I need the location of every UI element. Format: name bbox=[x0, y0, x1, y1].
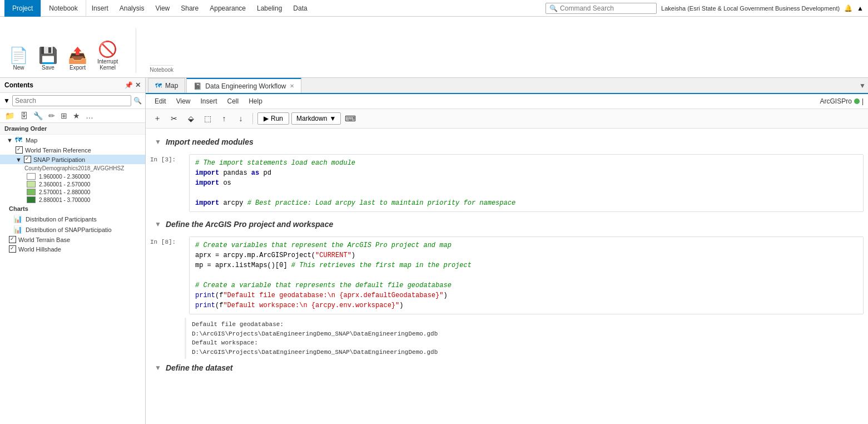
cell-body-in8[interactable]: # Create variables that represent the Ar… bbox=[189, 236, 864, 314]
sidebar-search-input[interactable] bbox=[12, 95, 131, 106]
nb-menu-edit[interactable]: Edit bbox=[150, 96, 171, 106]
nb-menu-cell[interactable]: Cell bbox=[223, 96, 244, 106]
world-terrain-base-label: World Terrain Base bbox=[18, 236, 70, 243]
drawing-order-header: Drawing Order bbox=[0, 123, 145, 135]
legend-label-1: 2.360001 - 2.570000 bbox=[39, 181, 90, 188]
menu-data[interactable]: Data bbox=[287, 0, 313, 17]
export-button[interactable]: 📤 Export bbox=[63, 46, 92, 73]
star-icon[interactable]: ★ bbox=[71, 111, 82, 121]
content: 🗺 Map 📓 Data Engineering Workflow ✕ ▼ Ed… bbox=[146, 78, 868, 424]
command-search-box[interactable]: 🔍 bbox=[545, 3, 657, 14]
cell-type-selector[interactable]: Markdown ▼ bbox=[291, 112, 341, 125]
world-terrain-reference-label: World Terrain Reference bbox=[25, 147, 91, 154]
layer-map[interactable]: ▼ 🗺 Map bbox=[0, 135, 145, 145]
keyboard-icon[interactable]: ⌨ bbox=[343, 111, 358, 126]
notebook-group-label: Notebook bbox=[150, 65, 173, 73]
sidebar-search-icon[interactable]: 🔍 bbox=[133, 97, 142, 105]
collapse-section-3-icon[interactable]: ▼ bbox=[155, 364, 161, 372]
chevron-up-icon[interactable]: ▲ bbox=[857, 4, 864, 12]
section-import-modules[interactable]: ▼ Import needed modules bbox=[146, 133, 868, 151]
interrupt-icon: 🚫 bbox=[98, 42, 117, 57]
new-button[interactable]: 📄 New bbox=[4, 46, 33, 73]
new-icon: 📄 bbox=[9, 48, 28, 63]
menu-labeling[interactable]: Labeling bbox=[251, 0, 287, 17]
section-define-dataset[interactable]: ▼ Define the dataset bbox=[146, 359, 868, 377]
layer-snap-participation[interactable]: ▼ SNAP Participation bbox=[0, 155, 145, 164]
search-icon: 🔍 bbox=[549, 4, 558, 12]
collapse-section-2-icon[interactable]: ▼ bbox=[155, 220, 161, 228]
ribbon-notebook-group: Notebook bbox=[150, 65, 173, 73]
menu-appearance[interactable]: Appearance bbox=[204, 0, 251, 17]
menu-share[interactable]: Share bbox=[175, 0, 204, 17]
legend-swatch-0 bbox=[27, 173, 36, 180]
output-line-2: D:\ArcGIS\Projects\DataEngineeringDemo_S… bbox=[192, 329, 858, 339]
add-cell-button[interactable]: ＋ bbox=[150, 111, 165, 126]
cell-in8: In [8]: # Create variables that represen… bbox=[146, 234, 868, 317]
layer-world-hillshade[interactable]: World Hillshade bbox=[0, 244, 145, 254]
section-define-project[interactable]: ▼ Define the ArcGIS Pro project and work… bbox=[146, 215, 868, 233]
tools-icon[interactable]: 🔧 bbox=[32, 111, 44, 121]
notebook-menu-bar: Edit View Insert Cell Help ArcGISPro | bbox=[146, 94, 868, 109]
menu-view[interactable]: View bbox=[150, 0, 175, 17]
tab-data-engineering[interactable]: 📓 Data Engineering Workflow ✕ bbox=[186, 78, 301, 93]
database-icon[interactable]: 🗄 bbox=[18, 111, 29, 121]
collapse-section-1-icon[interactable]: ▼ bbox=[155, 138, 161, 146]
nb-menu-insert[interactable]: Insert bbox=[196, 96, 221, 106]
move-down-button[interactable]: ↓ bbox=[234, 111, 248, 126]
filter-icon[interactable]: ▼ bbox=[3, 97, 10, 105]
topbar: Project Notebook Insert Analysis View Sh… bbox=[0, 0, 868, 17]
chart-distribution-snap[interactable]: 📊 Distribution of SNAPParticipatio bbox=[0, 224, 145, 235]
layer-toggle-snap[interactable] bbox=[24, 156, 31, 163]
cell-output-in8: Default file geodatabase: D:\ArcGIS\Proj… bbox=[185, 318, 864, 359]
cell-type-chevron: ▼ bbox=[329, 115, 336, 122]
kernel-sep: | bbox=[862, 97, 864, 105]
tab-map[interactable]: 🗺 Map bbox=[148, 78, 185, 93]
legend-swatch-1 bbox=[27, 181, 36, 188]
legend-item-3: 2.880001 - 3.700000 bbox=[0, 196, 145, 204]
legend-item-0: 1.960000 - 2.360000 bbox=[0, 172, 145, 180]
legend-swatch-3 bbox=[27, 196, 36, 203]
cut-cell-button[interactable]: ✂ bbox=[167, 111, 181, 126]
snap-participation-label: SNAP Participation bbox=[33, 156, 85, 163]
layer-toggle-terrain-base[interactable] bbox=[9, 236, 16, 243]
nb-menu-help[interactable]: Help bbox=[244, 96, 267, 106]
charts-header: Charts bbox=[0, 204, 145, 214]
tab-project[interactable]: Project bbox=[4, 0, 41, 17]
chart-distribution-participants[interactable]: 📊 Distribution of Participants bbox=[0, 214, 145, 224]
expand-icon: ▼ bbox=[7, 137, 13, 144]
paste-cell-button[interactable]: ⬚ bbox=[200, 111, 215, 126]
layer-world-terrain-base[interactable]: World Terrain Base bbox=[0, 235, 145, 244]
menu-insert[interactable]: Insert bbox=[86, 0, 114, 17]
cell-body-in3[interactable]: # The import statements load each module… bbox=[189, 154, 864, 212]
tab-notebook[interactable]: Notebook bbox=[41, 0, 86, 17]
layer-toggle-hillshade[interactable] bbox=[9, 245, 16, 253]
pencil-icon[interactable]: ✏ bbox=[47, 111, 57, 121]
pin-icon[interactable]: 📌 bbox=[125, 81, 133, 89]
nb-menu-view[interactable]: View bbox=[172, 96, 195, 106]
interrupt-kernel-button[interactable]: 🚫 Interrupt Kernel bbox=[93, 40, 122, 73]
tab-expand-icon[interactable]: ▼ bbox=[859, 82, 866, 90]
grid-icon[interactable]: ⊞ bbox=[59, 111, 69, 121]
run-button[interactable]: ▶ Run bbox=[257, 112, 289, 125]
output-line-3: Default workspace: bbox=[192, 338, 858, 348]
notebook-body[interactable]: ▼ Import needed modules In [3]: # The im… bbox=[146, 129, 868, 424]
close-tab-icon[interactable]: ✕ bbox=[290, 83, 294, 89]
topbar-right: 🔍 Lakeisha (Esri State & Local Governmen… bbox=[545, 3, 864, 14]
layer-world-terrain-reference[interactable]: World Terrain Reference bbox=[0, 145, 145, 155]
output-line-4: D:\ArcGIS\Projects\DataEngineeringDemo_S… bbox=[192, 348, 858, 357]
contents-title: Contents bbox=[4, 81, 33, 89]
bell-icon[interactable]: 🔔 bbox=[844, 4, 852, 12]
legend-item-2: 2.570001 - 2.880000 bbox=[0, 188, 145, 196]
legend-label-0: 1.960000 - 2.360000 bbox=[39, 174, 90, 180]
copy-cell-button[interactable]: ⬙ bbox=[183, 111, 198, 126]
close-sidebar-icon[interactable]: ✕ bbox=[135, 81, 141, 89]
folder-icon[interactable]: 📁 bbox=[3, 111, 16, 121]
menu-analysis[interactable]: Analysis bbox=[114, 0, 150, 17]
move-up-button[interactable]: ↑ bbox=[217, 111, 231, 126]
command-search-input[interactable] bbox=[560, 4, 653, 12]
notebook-tabs: 🗺 Map 📓 Data Engineering Workflow ✕ ▼ bbox=[146, 78, 868, 94]
more-icon[interactable]: … bbox=[84, 111, 95, 121]
save-button[interactable]: 💾 Save bbox=[34, 46, 62, 73]
sidebar-header: Contents 📌 ✕ bbox=[0, 78, 145, 93]
layer-toggle-world-terrain-ref[interactable] bbox=[16, 146, 23, 154]
